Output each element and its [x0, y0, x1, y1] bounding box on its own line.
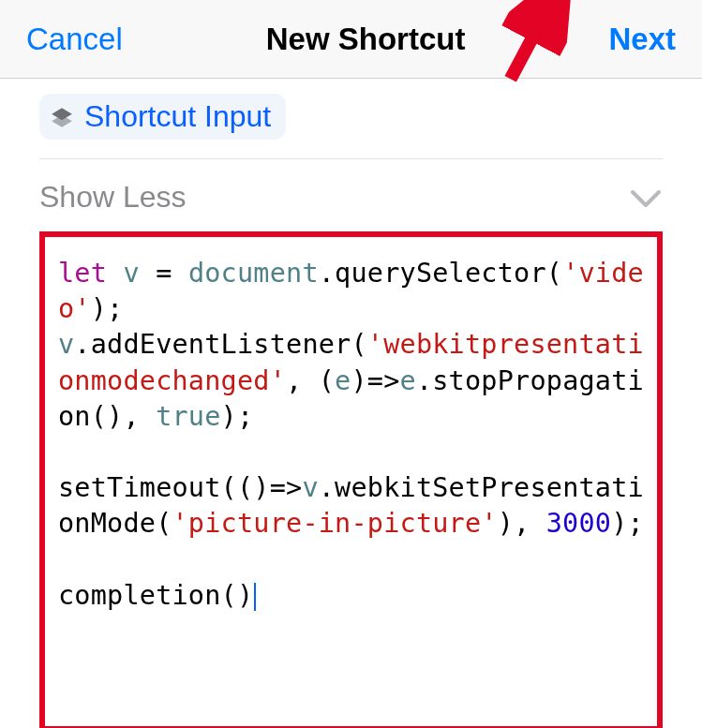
- show-less-row[interactable]: Show Less: [39, 159, 663, 231]
- chevron-down-icon: [629, 186, 663, 209]
- code-highlight-frame: let v = document.querySelector('video');…: [39, 231, 663, 728]
- svg-marker-2: [52, 114, 72, 126]
- code-editor[interactable]: let v = document.querySelector('video');…: [58, 256, 644, 614]
- shortcut-input-chip[interactable]: Shortcut Input: [39, 94, 286, 140]
- cancel-button[interactable]: Cancel: [26, 22, 123, 57]
- input-chip-row: Shortcut Input: [39, 79, 663, 159]
- navbar: Cancel New Shortcut Next: [0, 0, 702, 79]
- next-button[interactable]: Next: [608, 22, 676, 57]
- action-card: Shortcut Input Show Less: [0, 79, 702, 231]
- show-less-label: Show Less: [39, 180, 187, 215]
- page-title: New Shortcut: [266, 22, 466, 57]
- stack-icon: [49, 104, 75, 130]
- shortcut-input-label: Shortcut Input: [84, 99, 271, 134]
